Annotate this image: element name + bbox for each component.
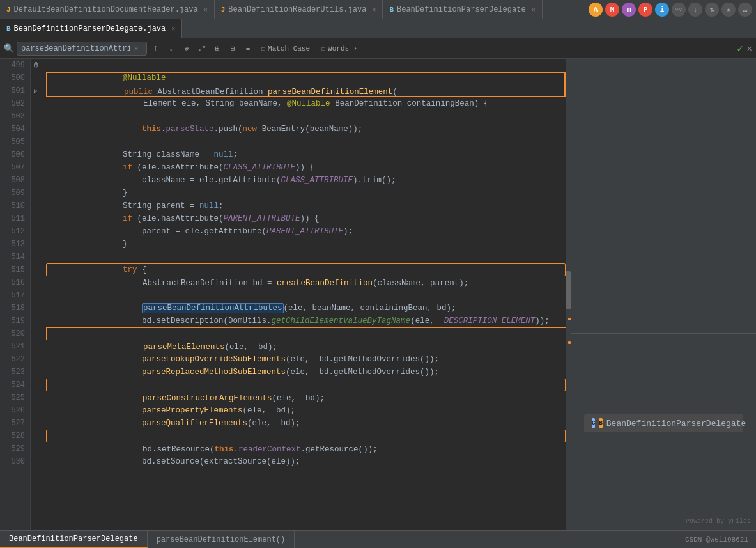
prev-match-btn[interactable]: ↑	[150, 42, 162, 55]
bean-icon: B	[389, 6, 394, 13]
code-lines[interactable]: @Nullable public AbstractBeanDefinition …	[41, 59, 571, 530]
tab-parser-delegate-second[interactable]: B BeanDefinitionParserDelegate.java ✕	[0, 19, 182, 38]
right-panel-middle: C B BeanDefinitionParserDelegate	[571, 334, 756, 513]
bottom-tab-element[interactable]: parseBeanDefinitionElement()	[148, 531, 295, 548]
ln-503: 503	[5, 110, 25, 123]
bottom-tab-bar: BeanDefinitionParserDelegate parseBeanDe…	[0, 530, 756, 548]
words-checkbox-icon: ☐	[321, 45, 325, 52]
java-icon: J	[6, 6, 11, 13]
gutter: @ ▷	[31, 59, 41, 530]
tab-close-0[interactable]: ✕	[204, 6, 208, 13]
tab-close-1[interactable]: ✕	[372, 6, 376, 13]
right-panel-top	[571, 59, 756, 334]
search-input-wrap[interactable]: ✕	[17, 42, 147, 56]
checkbox-icon: ☐	[261, 45, 265, 52]
code-line-520: parseMetaElements(ele, bd);	[46, 327, 566, 340]
code-line-505: String className = null;	[46, 136, 566, 148]
toolbar-icon-mi[interactable]: m	[622, 3, 636, 17]
ln-514: 514	[5, 251, 25, 263]
toolbar-icon-filter[interactable]: ▽▽	[672, 3, 686, 17]
code-line-503: this.parseState.push(new BeanEntry(beanN…	[46, 110, 566, 123]
toolbar-icon-a[interactable]: A	[589, 3, 603, 17]
words-option[interactable]: ☐ Words ›	[317, 43, 362, 54]
ln-511: 511	[5, 212, 25, 225]
expand-btn[interactable]: ⊞	[211, 42, 224, 55]
tab-close-2[interactable]: ✕	[532, 6, 536, 13]
top-tab-bar: J DefaultBeanDefinitionDocumentReader.ja…	[0, 0, 756, 19]
code-line-517: parseBeanDefinitionAttributes(ele, beanN…	[46, 289, 566, 302]
ln-507: 507	[5, 161, 25, 174]
ln-519: 519	[5, 315, 25, 327]
ln-512: 512	[5, 225, 25, 238]
ln-513: 513	[5, 238, 25, 251]
gutter-icon-499: @	[31, 59, 41, 72]
tab-reader-utils[interactable]: J BeanDefinitionReaderUtils.java ✕	[215, 0, 383, 19]
regex-btn[interactable]: .*	[196, 42, 208, 55]
toolbar-icon-m[interactable]: M	[605, 3, 619, 17]
bean-icon-2: B	[6, 25, 11, 33]
search-bar: 🔍 ✕ ↑ ↓ ⊕ .* ⊞ ⊟ ≡ ☐ Match Case ☐ Words …	[0, 38, 756, 59]
nav-extra[interactable]: ≡	[242, 42, 254, 55]
gutter-icon-501: ▷	[31, 84, 41, 97]
code-content[interactable]: 499 500 501 502 503 504 505 506 507 508 …	[0, 59, 571, 530]
ln-520: 520	[5, 327, 25, 340]
ln-515: 515	[5, 263, 25, 276]
gutter-icon-500	[31, 72, 41, 84]
code-line-528: bd.setResource(this.readerContext.getRes…	[46, 430, 566, 442]
hierarchy-icon-g: C	[592, 418, 595, 428]
scrollbar-thumb[interactable]	[566, 271, 571, 309]
main-area: 499 500 501 502 503 504 505 506 507 508 …	[0, 59, 756, 530]
ln-525: 525	[5, 391, 25, 404]
code-line-514: try {	[46, 251, 566, 263]
toolbar-icon-sort[interactable]: ⇅	[705, 3, 719, 17]
tab-parser-delegate-top[interactable]: B BeanDefinitionParserDelegate ✕	[383, 0, 542, 19]
toolbar-icon-arrow-down[interactable]: ↓	[688, 3, 702, 17]
bottom-right-info: CSDN @wei198621	[685, 536, 756, 544]
search-close-btn[interactable]: ✕	[747, 43, 752, 54]
tab-close-second[interactable]: ✕	[171, 25, 175, 33]
toolbar-icon-i[interactable]: i	[655, 3, 669, 17]
ln-523: 523	[5, 366, 25, 379]
ln-509: 509	[5, 187, 25, 200]
match-case-option[interactable]: ☐ Match Case	[257, 43, 314, 54]
ln-516: 516	[5, 276, 25, 289]
scrollbar-highlight-1	[568, 318, 571, 320]
tab-default-bean[interactable]: J DefaultBeanDefinitionDocumentReader.ja…	[0, 0, 215, 19]
toolbar-icon-p[interactable]: P	[638, 3, 652, 17]
ln-528: 528	[5, 430, 25, 442]
ln-517: 517	[5, 289, 25, 302]
shrink-btn[interactable]: ⊟	[226, 42, 239, 55]
toolbar-icon-star[interactable]: ★	[721, 3, 736, 17]
second-tab-bar: B BeanDefinitionParserDelegate.java ✕	[0, 19, 756, 38]
code-line-499: @Nullable	[46, 59, 566, 72]
search-icon: 🔍	[4, 43, 14, 54]
ln-505: 505	[5, 136, 25, 148]
powered-by: Powered by yFiles	[571, 513, 756, 530]
ln-521: 521	[5, 340, 25, 353]
hierarchy-label: BeanDefinitionParserDelegate	[606, 419, 746, 428]
words-label: Words ›	[328, 45, 357, 52]
ln-527: 527	[5, 417, 25, 430]
bottom-tab-delegate[interactable]: BeanDefinitionParserDelegate	[0, 531, 148, 548]
clear-search-btn[interactable]: ✕	[130, 42, 143, 55]
scrollbar-highlight-2	[568, 341, 571, 344]
hierarchy-icon-y: B	[599, 418, 602, 428]
ln-508: 508	[5, 174, 25, 187]
ln-502: 502	[5, 97, 25, 110]
hierarchy-item[interactable]: C B BeanDefinitionParserDelegate	[584, 414, 743, 432]
ln-526: 526	[5, 404, 25, 417]
toolbar-icons-area: A M m P i ▽▽ ↓ ⇅ ★ …	[585, 0, 756, 19]
code-editor: 499 500 501 502 503 504 505 506 507 508 …	[0, 59, 571, 530]
right-panel: C B BeanDefinitionParserDelegate Powered…	[571, 59, 756, 530]
ln-501: 501	[5, 84, 25, 97]
next-match-btn[interactable]: ↓	[165, 42, 178, 55]
editor-scrollbar[interactable]	[566, 59, 571, 530]
ln-500: 500	[5, 72, 25, 84]
match-case-label: Match Case	[268, 45, 310, 52]
ln-499: 499	[5, 59, 25, 72]
filter-btn[interactable]: ⊕	[180, 42, 193, 55]
search-input[interactable]	[21, 44, 130, 53]
toolbar-icon-more[interactable]: …	[738, 3, 752, 17]
ln-529: 529	[5, 442, 25, 455]
ln-522: 522	[5, 353, 25, 366]
